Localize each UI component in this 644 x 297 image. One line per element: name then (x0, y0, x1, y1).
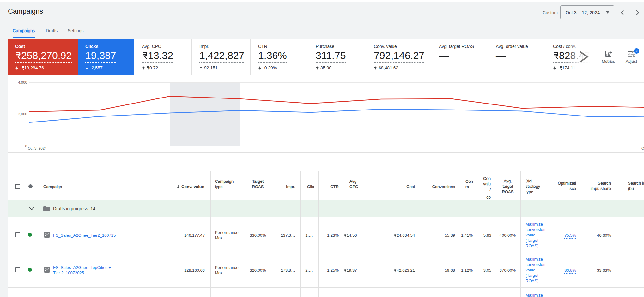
svg-text:2,000: 2,000 (18, 112, 27, 116)
svg-text:Oct 12, 2024: Oct 12, 2024 (641, 146, 644, 150)
svg-text:Oct 3, 2024: Oct 3, 2024 (28, 146, 47, 150)
svg-text:0: 0 (25, 144, 27, 148)
svg-text:4,000: 4,000 (18, 80, 27, 84)
